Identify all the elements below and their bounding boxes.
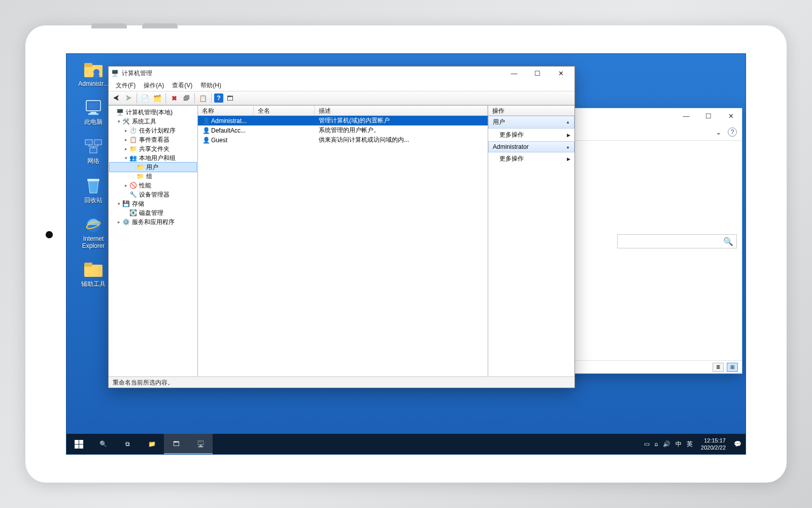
tray-notifications-icon[interactable]: 💬 xyxy=(734,440,741,448)
action-section-administrator[interactable]: Administrator▲ xyxy=(488,141,574,152)
collapse-icon: ▲ xyxy=(566,120,570,124)
delete-button[interactable]: ✖ xyxy=(168,92,180,104)
taskbar: 🔍 ⧉ 📁 🗔 🖥️ ▭ ⩍ 🔊 中 英 12:15:17 2020/2/22 … xyxy=(66,434,746,454)
search-input[interactable]: 🔍 xyxy=(617,234,737,248)
col-desc[interactable]: 描述 xyxy=(315,106,488,115)
tree-system-tools[interactable]: ▾🛠️系统工具 xyxy=(110,117,196,126)
window-title: 计算机管理 xyxy=(122,69,502,78)
user-row[interactable]: 👤DefaultAcc... 系统管理的用户帐户。 xyxy=(198,125,488,135)
maximize-button[interactable]: ☐ xyxy=(697,109,720,123)
submenu-arrow-icon: ▶ xyxy=(567,133,570,138)
tree-storage[interactable]: ▾💾存储 xyxy=(110,199,196,208)
tray-wifi-icon[interactable]: ⩍ xyxy=(655,440,658,448)
help-button[interactable]: ? xyxy=(214,93,223,103)
taskbar-file-explorer[interactable]: 📁 xyxy=(140,434,164,454)
minimize-button[interactable]: — xyxy=(502,67,526,79)
export-button[interactable]: 📋 xyxy=(197,92,209,104)
properties-button[interactable]: 🗂️ xyxy=(152,92,163,104)
titlebar[interactable]: 🖥️ 计算机管理 — ☐ ✕ xyxy=(109,67,574,80)
tree-task-scheduler[interactable]: ▸⏱️任务计划程序 xyxy=(110,126,196,135)
col-name[interactable]: 名称 xyxy=(198,106,254,115)
start-button[interactable] xyxy=(66,434,91,454)
desktop-icon-label: Administr... xyxy=(73,80,114,87)
column-headers[interactable]: 名称 全名 描述 xyxy=(198,106,488,116)
action-header: 操作 xyxy=(488,106,574,116)
taskbar-computer-management[interactable]: 🖥️ xyxy=(188,434,213,454)
close-button[interactable]: ✕ xyxy=(549,67,572,79)
tray-ime-chi[interactable]: 中 xyxy=(675,440,682,449)
minimize-button[interactable]: — xyxy=(675,109,697,123)
list-pane[interactable]: 名称 全名 描述 👤Administrat... 管理计算机(域)的内置帐户 👤… xyxy=(198,106,488,376)
extra-button[interactable]: 🗔 xyxy=(224,92,235,104)
status-bar: 重命名当前所选内容。 xyxy=(109,376,574,388)
toolbar: ⮜ ⮞ 📄 🗂️ ✖ 🗊 📋 ? 🗔 xyxy=(109,91,574,105)
svg-rect-11 xyxy=(87,179,99,181)
desktop-icon-label: 网络 xyxy=(73,157,114,166)
svg-rect-1 xyxy=(84,63,92,67)
menubar: 文件(F) 操作(A) 查看(V) 帮助(H) xyxy=(109,80,574,91)
tree-shared-folders[interactable]: ▸📁共享文件夹 xyxy=(110,144,196,153)
screen: Administr... 此电脑 网络 回收站 Internet Explore… xyxy=(66,53,746,455)
menu-help[interactable]: 帮助(H) xyxy=(196,80,225,91)
view-icons-button[interactable]: ⊞ xyxy=(727,363,738,372)
user-row[interactable]: 👤Guest 供来宾访问计算机或访问域的内... xyxy=(198,135,488,145)
action-more-actions[interactable]: 更多操作▶ xyxy=(488,152,574,165)
computer-management-window[interactable]: 🖥️ 计算机管理 — ☐ ✕ 文件(F) 操作(A) 查看(V) 帮助(H) ⮜… xyxy=(108,66,575,388)
menu-view[interactable]: 查看(V) xyxy=(168,80,196,91)
tree-pane[interactable]: 🖥️计算机管理(本地) ▾🛠️系统工具 ▸⏱️任务计划程序 ▸📋事件查看器 ▸📁… xyxy=(109,106,198,376)
desktop-icon-label: 回收站 xyxy=(73,196,114,205)
action-pane: 操作 用户▲ 更多操作▶ Administrator▲ 更多操作▶ xyxy=(488,106,574,376)
taskbar-control-panel[interactable]: 🗔 xyxy=(164,434,188,454)
svg-rect-9 xyxy=(94,140,101,145)
tray-battery-icon[interactable]: ▭ xyxy=(644,440,650,448)
svg-rect-7 xyxy=(88,113,98,115)
tree-performance[interactable]: ▸🚫性能 xyxy=(110,181,196,190)
tree-root[interactable]: 🖥️计算机管理(本地) xyxy=(110,108,196,117)
refresh-button[interactable]: 🗊 xyxy=(181,92,192,104)
tree-local-users-groups[interactable]: ▾👥本地用户和组 xyxy=(110,153,196,163)
task-view-button[interactable]: ⧉ xyxy=(115,434,140,454)
forward-button[interactable]: ⮞ xyxy=(123,92,134,104)
up-button[interactable]: 📄 xyxy=(140,92,151,104)
tree-users[interactable]: 📁用户 xyxy=(110,163,196,172)
col-fullname[interactable]: 全名 xyxy=(254,106,315,115)
user-icon: 👤 xyxy=(202,127,210,134)
menu-action[interactable]: 操作(A) xyxy=(140,80,168,91)
tree-device-manager[interactable]: 🔧设备管理器 xyxy=(110,190,196,199)
help-icon[interactable]: ? xyxy=(728,128,737,137)
user-icon: 👤 xyxy=(202,117,210,124)
tray-clock[interactable]: 12:15:17 2020/2/22 xyxy=(698,437,729,451)
close-button[interactable]: ✕ xyxy=(720,109,742,123)
desktop-icon-label: Internet Explorer xyxy=(73,235,114,249)
search-icon: 🔍 xyxy=(723,237,733,246)
desktop-icon-label: 辅助工具 xyxy=(73,280,114,289)
action-more-actions[interactable]: 更多操作▶ xyxy=(488,129,574,141)
svg-rect-5 xyxy=(88,103,98,109)
tray-volume-icon[interactable]: 🔊 xyxy=(663,440,670,448)
svg-rect-6 xyxy=(90,112,96,113)
back-button[interactable]: ⮜ xyxy=(111,92,122,104)
tree-services-apps[interactable]: ▸⚙️服务和应用程序 xyxy=(110,217,196,227)
svg-rect-3 xyxy=(93,74,99,78)
svg-rect-15 xyxy=(84,263,92,267)
search-button[interactable]: 🔍 xyxy=(91,434,115,454)
svg-rect-10 xyxy=(90,148,97,153)
user-icon: 👤 xyxy=(202,137,210,144)
menu-file[interactable]: 文件(F) xyxy=(112,80,140,91)
tablet-frame: Administr... 此电脑 网络 回收站 Internet Explore… xyxy=(25,25,787,483)
action-section-users[interactable]: 用户▲ xyxy=(488,116,574,129)
submenu-arrow-icon: ▶ xyxy=(567,156,570,162)
desktop-icon-label: 此电脑 xyxy=(73,118,114,126)
tree-groups[interactable]: 📁组 xyxy=(110,172,196,181)
tree-event-viewer[interactable]: ▸📋事件查看器 xyxy=(110,135,196,144)
collapse-icon: ▲ xyxy=(566,145,570,149)
maximize-button[interactable]: ☐ xyxy=(526,67,549,79)
tree-disk-management[interactable]: 💽磁盘管理 xyxy=(110,208,196,217)
tray-ime-eng[interactable]: 英 xyxy=(687,440,693,449)
tray-time: 12:15:17 xyxy=(701,437,726,444)
view-details-button[interactable]: ≣ xyxy=(713,363,724,372)
app-icon: 🖥️ xyxy=(111,69,119,77)
svg-rect-8 xyxy=(85,140,92,145)
caret-down-icon[interactable]: ⌄ xyxy=(716,128,722,136)
user-row[interactable]: 👤Administrat... 管理计算机(域)的内置帐户 xyxy=(198,116,488,125)
